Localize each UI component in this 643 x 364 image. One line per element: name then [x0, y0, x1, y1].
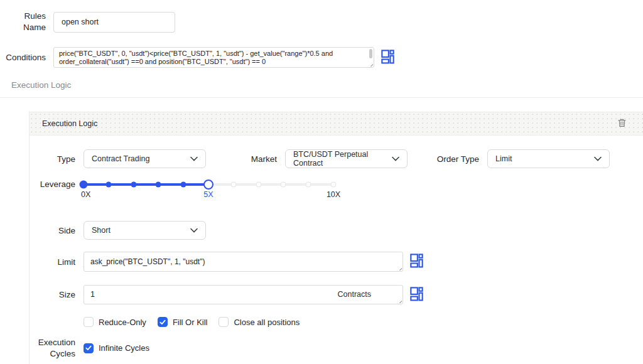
rules-name-input[interactable]: open short: [53, 12, 175, 33]
leverage-row: Leverage 0X 5X 10X: [30, 176, 643, 200]
side-select[interactable]: Short: [84, 221, 206, 240]
conditions-resize-grip[interactable]: [368, 62, 373, 67]
type-market-row: Type Contract Trading Market BTC/USDT Pe…: [30, 149, 643, 168]
leverage-fill: [84, 183, 208, 186]
checkbox-close-all-positions[interactable]: Close all positions: [219, 317, 300, 327]
limit-value: ask_price("BTC_USDT", 1, "usdt"): [90, 257, 205, 266]
rules-name-value: open short: [62, 18, 99, 26]
conditions-label: Conditions: [0, 52, 53, 63]
card-header-title: Execution Logic: [42, 119, 97, 128]
checkbox-label: Fill Or Kill: [173, 318, 208, 327]
limit-label: Limit: [30, 257, 84, 268]
leverage-slider-dot[interactable]: [105, 182, 111, 188]
checkbox-icon[interactable]: [84, 317, 94, 327]
leverage-slider-dot[interactable]: [256, 182, 261, 188]
chevron-down-icon: [594, 154, 602, 163]
market-value: BTC/USDT Perpetual Contract: [293, 150, 392, 168]
trash-icon: [617, 117, 627, 130]
leverage-slider-dot[interactable]: [331, 182, 337, 188]
checkbox-label: Infinite Cycles: [99, 343, 149, 353]
limit-resize-grip[interactable]: [397, 265, 402, 270]
blocks-icon: [381, 50, 394, 66]
execution-logic-card: Execution Logic Type Contract Trading Ma…: [29, 112, 643, 364]
leverage-max-label: 10X: [327, 190, 340, 199]
blocks-icon: [410, 254, 423, 270]
leverage-slider-dot[interactable]: [156, 182, 161, 188]
leverage-label: Leverage: [30, 176, 84, 193]
conditions-scrollbar[interactable]: [369, 49, 372, 58]
chevron-down-icon: [190, 226, 198, 235]
leverage-slider-dot[interactable]: [80, 181, 88, 189]
options-group: Reduce-Only Fill Or Kill Close all posit…: [84, 317, 300, 327]
conditions-textarea[interactable]: price("BTC_USDT", 0, "usdt")<price("BTC_…: [53, 47, 374, 68]
leverage-slider-dot[interactable]: [131, 182, 136, 188]
leverage-slider-dot[interactable]: [281, 182, 286, 188]
leverage-slider[interactable]: 0X 5X 10X: [84, 176, 333, 200]
type-value: Contract Trading: [92, 154, 149, 163]
leverage-slider-dot[interactable]: [181, 182, 186, 188]
side-row: Side Short: [30, 221, 643, 240]
order-type-select[interactable]: Limit: [487, 149, 610, 168]
section-divider: [0, 97, 643, 98]
size-row: Size 1 Contracts: [30, 285, 643, 304]
market-select[interactable]: BTC/USDT Perpetual Contract: [285, 149, 408, 168]
chevron-down-icon: [392, 154, 399, 163]
market-label: Market: [206, 154, 285, 165]
leverage-min-label: 0X: [81, 190, 90, 199]
execution-cycles-label: Execution Cycles: [30, 337, 84, 359]
leverage-slider-dot[interactable]: [230, 182, 236, 188]
side-value: Short: [92, 226, 111, 235]
size-resize-grip[interactable]: [397, 298, 402, 303]
order-options-row: Reduce-Only Fill Or Kill Close all posit…: [30, 317, 643, 327]
checkbox-icon[interactable]: [219, 317, 229, 327]
execution-cycles-row: Execution Cycles Infinite Cycles: [30, 337, 643, 359]
checkbox-label: Reduce-Only: [99, 318, 146, 327]
rules-name-row: Rules Name open short: [0, 11, 643, 33]
blocks-icon: [410, 287, 423, 303]
card-body: Type Contract Trading Market BTC/USDT Pe…: [30, 136, 643, 359]
conditions-builder-button[interactable]: [381, 50, 394, 65]
side-label: Side: [30, 225, 84, 237]
chevron-down-icon: [190, 154, 198, 163]
checkbox-fill-or-kill[interactable]: Fill Or Kill: [158, 317, 208, 327]
conditions-value: price("BTC_USDT", 0, "usdt")<price("BTC_…: [59, 50, 333, 65]
delete-rule-button[interactable]: [615, 117, 628, 130]
checkbox-icon[interactable]: [158, 317, 168, 327]
size-unit: Contracts: [338, 291, 397, 299]
checkbox-icon[interactable]: [84, 343, 94, 353]
leverage-slider-dot[interactable]: [306, 182, 311, 188]
size-input[interactable]: 1 Contracts: [84, 285, 403, 304]
type-label: Type: [30, 154, 84, 165]
order-type-value: Limit: [495, 154, 512, 163]
leverage-current-label: 5X: [203, 190, 213, 199]
order-type-label: Order Type: [408, 154, 487, 165]
card-header: Execution Logic: [30, 112, 643, 136]
type-select[interactable]: Contract Trading: [84, 149, 206, 168]
size-builder-button[interactable]: [409, 287, 423, 302]
conditions-row: Conditions price("BTC_USDT", 0, "usdt")<…: [0, 47, 643, 68]
checkbox-infinite-cycles[interactable]: Infinite Cycles: [84, 343, 149, 353]
limit-builder-button[interactable]: [409, 254, 423, 269]
section-title: Execution Logic: [11, 80, 643, 90]
checkbox-reduce-only[interactable]: Reduce-Only: [84, 317, 146, 327]
size-value: 1: [90, 291, 95, 299]
rules-name-label: Rules Name: [0, 11, 53, 33]
limit-row: Limit ask_price("BTC_USDT", 1, "usdt"): [30, 252, 643, 272]
size-label: Size: [30, 289, 84, 301]
leverage-slider-handle[interactable]: [203, 179, 213, 190]
checkbox-label: Close all positions: [234, 318, 300, 327]
limit-textarea[interactable]: ask_price("BTC_USDT", 1, "usdt"): [84, 252, 403, 272]
